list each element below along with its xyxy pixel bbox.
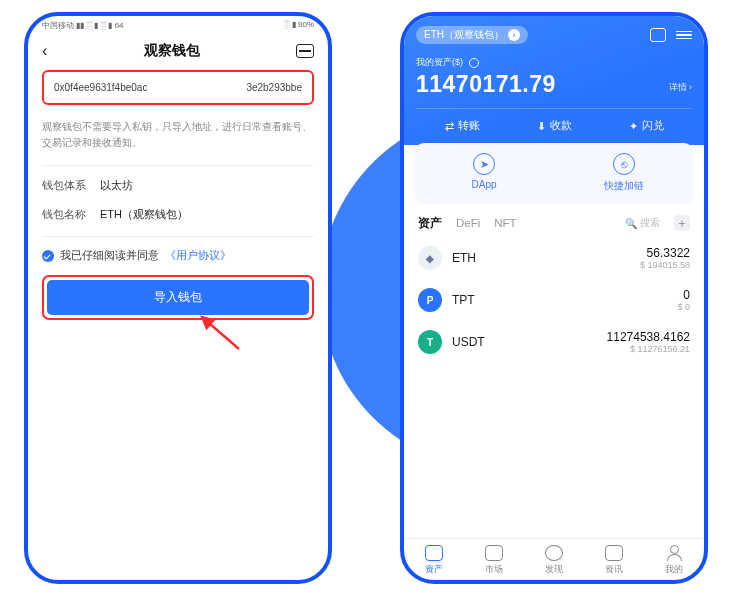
name-value: ETH（观察钱包） [100,207,188,222]
eye-icon[interactable] [469,58,479,68]
phone-import-wallet: 中国移动 ▮▮ ░ ▮ ░ ▮ 64 ░ ▮ 80% ‹ 观察钱包 0x0f4e… [24,12,332,584]
tpt-icon: P [418,288,442,312]
chain-value: 以太坊 [100,178,133,193]
status-right: ░ ▮ 80% [284,20,314,36]
receive-button[interactable]: ⬇ 收款 [537,119,572,133]
nav-assets[interactable]: 资产 [425,545,443,576]
tab-nft[interactable]: NFT [494,217,516,229]
assets-label: 我的资产($) [416,56,463,69]
divider [42,165,314,166]
asset-fiat: $ 0 [677,302,690,312]
address-end: 3e2b293bbe [246,82,302,93]
nav-label: 市场 [485,564,503,574]
news-icon [605,545,623,561]
asset-list: ◆ ETH 56.3322 $ 194015.58 P TPT 0 $ 0 T … [404,237,704,538]
details-link[interactable]: 详情 › [669,81,693,98]
bottom-nav: 资产 市场 发现 资讯 我的 [404,538,704,580]
divider [42,236,314,237]
nav-label: 我的 [665,564,683,574]
wallet-icon [425,545,443,561]
search-icon: 🔍 [625,218,637,229]
tab-assets[interactable]: 资产 [418,216,442,231]
nav-news[interactable]: 资讯 [605,545,623,576]
receive-icon: ⬇ [537,120,546,133]
scan-icon[interactable] [296,44,314,58]
list-item[interactable]: ◆ ETH 56.3322 $ 194015.58 [418,237,690,279]
import-wallet-button[interactable]: 导入钱包 [47,280,309,315]
asset-fiat: $ 194015.58 [640,260,690,270]
tab-defi[interactable]: DeFi [456,217,480,229]
agreement-link[interactable]: 《用户协议》 [165,249,231,263]
eth-icon: ◆ [418,246,442,270]
quick-add-chain-button[interactable]: ⎋ 快捷加链 [554,143,694,203]
asset-fiat: $ 11276156.21 [607,344,690,354]
back-button[interactable]: ‹ [42,42,47,60]
action-row: ⇄ 转账 ⬇ 收款 ✦ 闪兑 [416,108,692,145]
phone-wallet-home: ETH（观察钱包） › 我的资产($) 11470171.79 详情 › ⇄ 转… [400,12,708,584]
nav-market[interactable]: 市场 [485,545,503,576]
page-title: 观察钱包 [144,42,200,60]
wallet-name-field: 钱包名称 ETH（观察钱包） [42,207,314,222]
header: ‹ 观察钱包 [28,36,328,70]
scan-icon[interactable] [650,28,666,42]
transfer-label: 转账 [458,119,480,133]
link-icon: ⎋ [613,153,635,175]
swap-icon: ✦ [629,120,638,133]
menu-icon[interactable] [676,28,692,42]
chevron-right-icon: › [508,29,520,41]
status-left: 中国移动 ▮▮ ░ ▮ ░ ▮ 64 [42,20,124,36]
agreement-row[interactable]: 我已仔细阅读并同意 《用户协议》 [42,249,314,263]
list-item[interactable]: T USDT 11274538.4162 $ 11276156.21 [418,321,690,363]
asset-tabs: 资产 DeFi NFT 🔍 搜索 ＋ [404,203,704,237]
add-asset-button[interactable]: ＋ [674,215,690,231]
nav-label: 资产 [425,564,443,574]
asset-symbol: USDT [452,335,485,349]
asset-symbol: ETH [452,251,476,265]
asset-amount: 56.3322 [640,246,690,260]
quick-access-row: ➤ DApp ⎋ 快捷加链 [414,143,694,203]
person-icon [665,545,683,561]
wallet-header-card: ETH（观察钱包） › 我的资产($) 11470171.79 详情 › ⇄ 转… [404,16,704,145]
transfer-icon: ⇄ [445,120,454,133]
address-input[interactable]: 0x0f4ee9631f4be0ac 3e2b293bbe [42,70,314,105]
search-button[interactable]: 🔍 搜索 [625,216,660,230]
description-text: 观察钱包不需要导入私钥，只导入地址，进行日常查看账号、交易记录和接收通知。 [42,119,314,151]
total-assets-value: 11470171.79 [416,71,556,98]
swap-label: 闪兑 [642,119,664,133]
agreement-text: 我已仔细阅读并同意 [60,249,159,263]
transfer-button[interactable]: ⇄ 转账 [445,119,480,133]
nav-label: 发现 [545,564,563,574]
nav-label: 资讯 [605,564,623,574]
import-highlight-frame: 导入钱包 [42,275,314,320]
nav-me[interactable]: 我的 [665,545,683,576]
asset-amount: 11274538.4162 [607,330,690,344]
chart-icon [485,545,503,561]
chain-field: 钱包体系 以太坊 [42,178,314,193]
compass-icon: ➤ [473,153,495,175]
compass-icon [545,545,563,561]
dapp-label: DApp [471,179,496,190]
asset-amount: 0 [677,288,690,302]
checkbox-checked-icon[interactable] [42,250,54,262]
wallet-selector-label: ETH（观察钱包） [424,28,504,42]
status-bar: 中国移动 ▮▮ ░ ▮ ░ ▮ 64 ░ ▮ 80% [28,16,328,36]
nav-discover[interactable]: 发现 [545,545,563,576]
name-label: 钱包名称 [42,207,86,222]
search-label: 搜索 [640,216,660,230]
usdt-icon: T [418,330,442,354]
swap-button[interactable]: ✦ 闪兑 [629,119,664,133]
chain-label: 钱包体系 [42,178,86,193]
dapp-button[interactable]: ➤ DApp [414,143,554,203]
list-item[interactable]: P TPT 0 $ 0 [418,279,690,321]
address-start: 0x0f4ee9631f4be0ac [54,82,147,93]
asset-symbol: TPT [452,293,475,307]
annotation-arrow-icon [194,311,244,351]
quick-add-chain-label: 快捷加链 [604,180,644,191]
wallet-selector[interactable]: ETH（观察钱包） › [416,26,528,44]
receive-label: 收款 [550,119,572,133]
